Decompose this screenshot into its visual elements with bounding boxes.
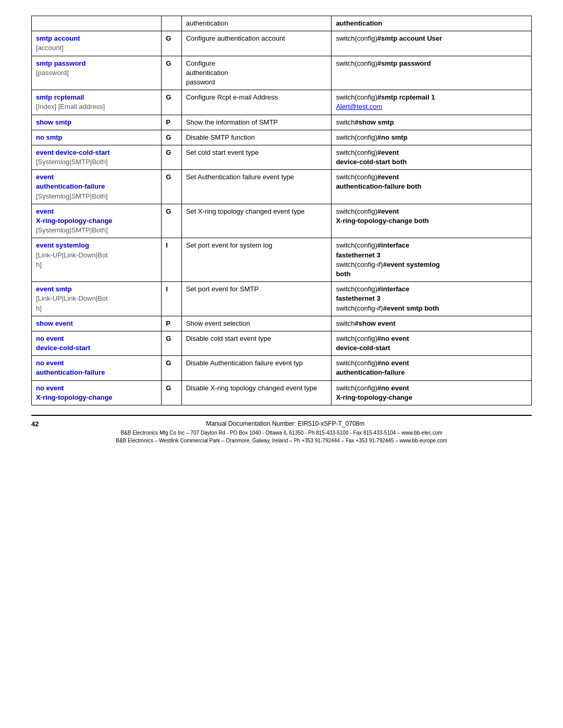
table-row: no event device-cold-start G Disable col… [32,331,532,355]
cmd-cell: smtp account [account] [32,31,162,56]
cmd-label: show event [36,319,73,327]
cmd-cell: smtp password [password] [32,56,162,90]
cmd-label: no event [36,335,64,342]
footer-company: B&B Electronics Mfg Co Inc – 707 Dayton … [31,429,532,445]
desc-cell: Set cold start event type [181,145,332,169]
table-row: smtp password [password] G Configureauth… [32,56,532,90]
mode-cell: G [162,31,181,56]
page-wrapper: authentication authentication smtp accou… [0,0,563,455]
example-cell: switch#show smtp [332,115,532,130]
mode-cell: G [162,331,181,355]
example-cell: switch(config)#no event X-ring-topology-… [332,380,532,405]
mode-cell: G [162,90,181,115]
cmd-sub: [account] [36,44,64,52]
header-col2 [162,16,181,31]
mode-cell: P [162,316,181,331]
cmd-label: smtp password [36,59,85,67]
cmd-cell: no smtp [32,130,162,145]
cmd-sub: [Link-UP|Link-Down|Bot [36,294,108,302]
email-link[interactable]: Alert@test.com [336,103,382,110]
cmd-sub: [password] [36,69,69,77]
page-footer: 42 Manual Documentation Number: EIR510-x… [31,415,532,445]
command-table: authentication authentication smtp accou… [31,16,532,405]
desc-cell: Show the information of SMTP [181,115,332,130]
table-row: no event authentication-failure G Disabl… [32,356,532,380]
cmd-label: no smtp [36,133,63,141]
cmd-cell: event smtp [Link-UP|Link-Down|Bot h] [32,282,162,316]
header-col4: authentication [332,16,532,31]
desc-cell: Disable X-ring topology changed event ty… [181,380,332,405]
cmd-label: event smtp [36,285,72,293]
cmd-cell: event systemlog [Link-UP|Link-Down|Bot h… [32,238,162,282]
cmd-sub: [Systemlog|SMTP|Both] [36,226,108,234]
cmd-label: smtp rcptemail [36,93,84,101]
cmd-label2: authentication-failure [36,368,105,376]
cmd-label: event device-cold-start [36,149,110,156]
desc-cell: Disable cold start event type [181,331,332,355]
table-row: no smtp G Disable SMTP function switch(c… [32,130,532,145]
cmd-label2: X-ring-topology-change [36,217,113,225]
cmd-cell: show event [32,316,162,331]
mode-cell: I [162,282,181,316]
desc-cell: Configureauthenticationpassword [181,56,332,90]
example-cell: switch(config)#no event authentication-f… [332,356,532,380]
cmd-cell: show smtp [32,115,162,130]
company-line1: B&B Electronics Mfg Co Inc – 707 Dayton … [120,430,442,436]
table-row: show event P Show event selection switch… [32,316,532,331]
cmd-cell: event authentication-failure [Systemlog|… [32,170,162,204]
cmd-sub: [Systemlog|SMTP|Both] [36,192,108,200]
table-row: show smtp P Show the information of SMTP… [32,115,532,130]
table-row: smtp rcptemail [Index] [Email address] G… [32,90,532,115]
cmd-cell: no event device-cold-start [32,331,162,355]
cmd-label: smtp account [36,34,80,42]
example-cell: switch(config)#smtp rcptemail 1 Alert@te… [332,90,532,115]
cmd-sub2: h] [36,261,42,268]
cmd-cell: event X-ring-topology-change [Systemlog|… [32,204,162,238]
mode-cell: G [162,204,181,238]
cmd-label2: device-cold-start [36,344,90,352]
table-row: no event X-ring-topology-change G Disabl… [32,380,532,405]
table-row: event device-cold-start [Systemlog|SMTP|… [32,145,532,169]
cmd-label2: authentication-failure [36,182,105,190]
example-cell: switch(config)#interface fastethernet 3 … [332,282,532,316]
header-col3: authentication [181,16,332,31]
desc-cell: Set Authentication failure event type [181,170,332,204]
page-number: 42 [31,420,39,428]
example-cell: switch(config)#no event device-cold-star… [332,331,532,355]
cmd-sub: [Link-UP|Link-Down|Bot [36,251,108,259]
cmd-cell: no event authentication-failure [32,356,162,380]
table-row: event systemlog [Link-UP|Link-Down|Bot h… [32,238,532,282]
mode-cell: G [162,380,181,405]
desc-cell: Configure Rcpt e-mail Address [181,90,332,115]
table-row: smtp account [account] G Configure authe… [32,31,532,56]
desc-cell: Disable Authentication failure event typ [181,356,332,380]
company-line2: B&B Electronics – Westlink Commercial Pa… [116,438,447,443]
example-cell: switch(config)#event X-ring-topology-cha… [332,204,532,238]
desc-cell: Configure authentication account [181,31,332,56]
header-col1 [32,16,162,31]
cmd-cell: no event X-ring-topology-change [32,380,162,405]
mode-cell: I [162,238,181,282]
example-cell: switch(config)#smtp account User [332,31,532,56]
cmd-cell: smtp rcptemail [Index] [Email address] [32,90,162,115]
desc-cell: Set port event for system log [181,238,332,282]
example-cell: switch(config)#interface fastethernet 3 … [332,238,532,282]
desc-cell: Set port event for SMTP [181,282,332,316]
table-row: event X-ring-topology-change [Systemlog|… [32,204,532,238]
example-cell: switch(config)#smtp password [332,56,532,90]
cmd-label: event systemlog [36,241,89,249]
cmd-label: no event [36,359,64,367]
cmd-label: event [36,207,54,215]
mode-cell: G [162,56,181,90]
cmd-sub: [Index] [Email address] [36,103,105,110]
mode-cell: G [162,356,181,380]
footer-doc-number: Manual Documentation Number: EIR510-xSFP… [31,420,532,427]
example-cell: switch#show event [332,316,532,331]
cmd-label: no event [36,384,64,392]
table-row: event smtp [Link-UP|Link-Down|Bot h] I S… [32,282,532,316]
cmd-label: event [36,173,54,181]
table-row: event authentication-failure [Systemlog|… [32,170,532,204]
mode-cell: G [162,145,181,169]
example-cell: switch(config)#event device-cold-start b… [332,145,532,169]
desc-cell: Show event selection [181,316,332,331]
